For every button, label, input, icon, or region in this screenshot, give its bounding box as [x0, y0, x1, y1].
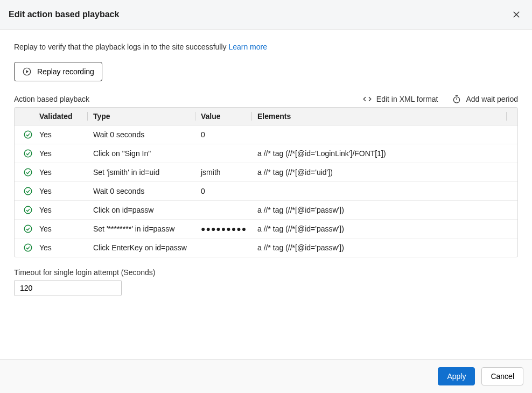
table-header: Validated Type Value Elements	[15, 108, 517, 125]
apply-button[interactable]: Apply	[438, 367, 475, 385]
svg-point-8	[24, 150, 32, 157]
table-body: YesWait 0 seconds0YesClick on "Sign In"a…	[15, 125, 517, 257]
check-circle-icon	[23, 243, 33, 252]
actions-table: Validated Type Value Elements YesWait 0 …	[14, 107, 518, 257]
cell-type: Click on id=passw	[88, 201, 195, 219]
learn-more-link[interactable]: Learn more	[228, 43, 267, 51]
table-row[interactable]: YesSet 'jsmith' in id=uidjsmitha //* tag…	[15, 163, 517, 181]
cell-spacer	[507, 125, 517, 144]
cell-type: Set '********' in id=passw	[88, 220, 195, 238]
timeout-label: Timeout for single login attempt (Second…	[14, 268, 518, 277]
cell-spacer	[507, 163, 517, 181]
cell-status-icon	[15, 163, 39, 181]
th-type[interactable]: Type	[88, 108, 195, 125]
cell-type: Wait 0 seconds	[88, 182, 195, 200]
th-spacer	[507, 108, 517, 125]
cell-type: Set 'jsmith' in id=uid	[88, 163, 195, 181]
cell-status-icon	[15, 201, 39, 219]
cell-status-icon	[15, 125, 39, 144]
cell-value: 0	[195, 125, 252, 144]
replay-recording-button[interactable]: Replay recording	[14, 62, 102, 81]
table-row[interactable]: YesClick on "Sign In"a //* tag (//*[@id=…	[15, 144, 517, 163]
cell-type: Wait 0 seconds	[88, 125, 195, 144]
modal-title: Edit action based playback	[9, 10, 119, 19]
cell-type: Click EnterKey on id=passw	[88, 238, 195, 257]
table-row[interactable]: YesWait 0 seconds0	[15, 181, 517, 200]
svg-point-10	[24, 187, 32, 195]
modal-dialog: Edit action based playback Replay to ver…	[0, 0, 532, 393]
intro-description: Replay to verify that the playback logs …	[14, 43, 228, 51]
section-title: Action based playback	[14, 95, 89, 103]
cell-value: 0	[195, 182, 252, 200]
cell-elements	[252, 125, 507, 144]
close-icon	[512, 10, 521, 19]
cell-spacer	[507, 238, 517, 257]
close-button[interactable]	[509, 8, 523, 22]
cell-spacer	[507, 182, 517, 200]
table-row[interactable]: YesClick EnterKey on id=passwa //* tag (…	[15, 238, 517, 257]
th-elements[interactable]: Elements	[252, 108, 507, 125]
check-circle-icon	[23, 186, 33, 196]
cell-validated: Yes	[39, 125, 88, 144]
cell-value	[195, 144, 252, 163]
play-circle-icon	[22, 67, 32, 76]
cell-value: ●●●●●●●●●	[195, 220, 252, 238]
intro-text: Replay to verify that the playback logs …	[14, 43, 518, 51]
cell-status-icon	[15, 238, 39, 257]
cell-value	[195, 238, 252, 257]
cell-spacer	[507, 144, 517, 163]
section-header: Action based playback Edit in XML format…	[14, 94, 518, 104]
cell-spacer	[507, 220, 517, 238]
th-validated[interactable]: Validated	[39, 108, 88, 125]
svg-marker-3	[26, 70, 29, 73]
cell-validated: Yes	[39, 220, 88, 238]
code-icon	[362, 94, 372, 104]
table-row[interactable]: YesSet '********' in id=passw●●●●●●●●●a …	[15, 219, 517, 238]
check-circle-icon	[23, 224, 33, 234]
replay-button-label: Replay recording	[37, 67, 94, 76]
th-value[interactable]: Value	[195, 108, 252, 125]
modal-content: Replay to verify that the playback logs …	[0, 30, 532, 359]
add-wait-button[interactable]: Add wait period	[452, 94, 518, 104]
modal-footer: Apply Cancel	[0, 359, 532, 393]
cell-elements: a //* tag (//*[@id='LoginLink']/FONT[1])	[252, 144, 507, 163]
cell-validated: Yes	[39, 201, 88, 219]
modal-header: Edit action based playback	[0, 0, 532, 30]
check-circle-icon	[23, 167, 33, 177]
stopwatch-icon	[452, 94, 461, 104]
table-row[interactable]: YesWait 0 seconds0	[15, 125, 517, 144]
svg-point-12	[24, 225, 32, 233]
cell-type: Click on "Sign In"	[88, 144, 195, 163]
svg-point-11	[24, 206, 32, 214]
th-icon	[15, 108, 39, 125]
cell-elements: a //* tag (//*[@id='passw'])	[252, 220, 507, 238]
cell-value	[195, 201, 252, 219]
cell-validated: Yes	[39, 182, 88, 200]
check-circle-icon	[23, 130, 33, 139]
timeout-input[interactable]	[14, 280, 122, 296]
edit-xml-button[interactable]: Edit in XML format	[362, 94, 438, 104]
cell-elements	[252, 182, 507, 200]
svg-point-7	[24, 131, 32, 138]
section-toolbar: Edit in XML format Add wait period	[362, 94, 518, 104]
check-circle-icon	[23, 205, 33, 215]
cell-validated: Yes	[39, 144, 88, 163]
cancel-button[interactable]: Cancel	[481, 367, 523, 385]
cell-value: jsmith	[195, 163, 252, 181]
cell-elements: a //* tag (//*[@id='uid'])	[252, 163, 507, 181]
svg-point-13	[24, 244, 32, 251]
svg-point-9	[24, 169, 32, 176]
check-circle-icon	[23, 149, 33, 158]
cell-spacer	[507, 201, 517, 219]
table-row[interactable]: YesClick on id=passwa //* tag (//*[@id='…	[15, 200, 517, 219]
cell-elements: a //* tag (//*[@id='passw'])	[252, 238, 507, 257]
cell-status-icon	[15, 182, 39, 200]
edit-xml-label: Edit in XML format	[376, 95, 438, 103]
add-wait-label: Add wait period	[466, 95, 518, 103]
cell-validated: Yes	[39, 163, 88, 181]
cell-status-icon	[15, 220, 39, 238]
cell-elements: a //* tag (//*[@id='passw'])	[252, 201, 507, 219]
cell-validated: Yes	[39, 238, 88, 257]
cell-status-icon	[15, 144, 39, 163]
